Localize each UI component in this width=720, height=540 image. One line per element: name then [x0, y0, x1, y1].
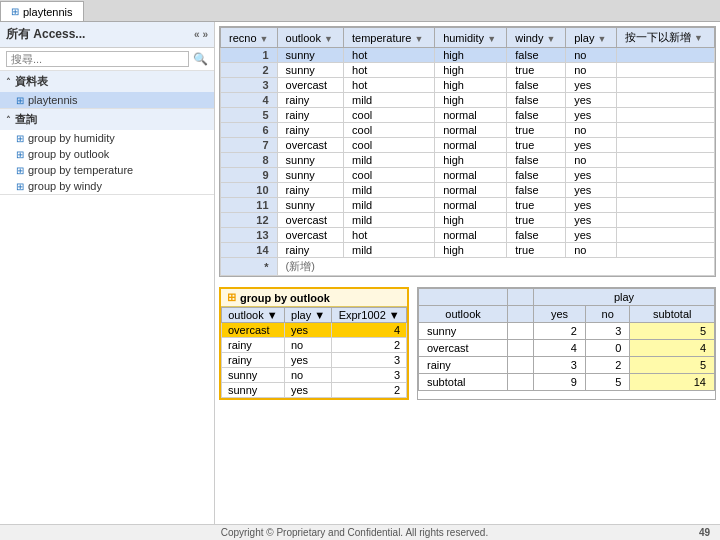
- table-row[interactable]: 5rainycoolnormalfalseyes: [221, 108, 715, 123]
- crosstab-blank-col: [508, 306, 534, 323]
- cell-humidity: high: [435, 213, 507, 228]
- cell-humidity: normal: [435, 228, 507, 243]
- cell-recno: 8: [221, 153, 278, 168]
- cell-humidity: normal: [435, 123, 507, 138]
- crosstab-body: sunny235overcast404rainy325: [419, 323, 715, 374]
- crosstab-subtotal-no: 5: [585, 374, 630, 391]
- col-header-humidity[interactable]: humidity ▼: [435, 28, 507, 48]
- query-label-outlook: group by outlook: [28, 148, 109, 160]
- group-table-row[interactable]: sunnyyes2: [222, 383, 407, 398]
- table-row[interactable]: 12overcastmildhightrueyes: [221, 213, 715, 228]
- group-cell-expr: 2: [332, 338, 407, 353]
- group-cell-outlook: sunny: [222, 368, 285, 383]
- col-header-outlook[interactable]: outlook ▼: [277, 28, 344, 48]
- cell-new: [616, 63, 714, 78]
- sort-icon-temperature: ▼: [414, 34, 423, 44]
- cell-new: [616, 108, 714, 123]
- table-row[interactable]: 6rainycoolnormaltrueno: [221, 123, 715, 138]
- tables-collapse-icon: ˄: [6, 77, 11, 87]
- cell-play: yes: [566, 183, 617, 198]
- col-header-recno[interactable]: recno ▼: [221, 28, 278, 48]
- table-row[interactable]: 11sunnymildnormaltrueyes: [221, 198, 715, 213]
- crosstab-panel: play outlook yes: [417, 287, 716, 400]
- queries-section-header[interactable]: ˄ 查詢: [0, 109, 214, 130]
- table-row[interactable]: 4rainymildhighfalseyes: [221, 93, 715, 108]
- col-header-new[interactable]: 按一下以新增 ▼: [616, 28, 714, 48]
- main-tab[interactable]: ⊞ playtennis: [0, 1, 84, 21]
- table-item-icon: ⊞: [16, 95, 24, 106]
- col-header-windy[interactable]: windy ▼: [507, 28, 566, 48]
- group-cell-play: yes: [284, 383, 331, 398]
- group-panel-title: ⊞ group by outlook: [221, 289, 407, 307]
- footer-copyright: Copyright © Proprietary and Confidential…: [10, 527, 699, 538]
- cell-outlook: sunny: [277, 168, 344, 183]
- sidebar-title: 所有 Access... « »: [0, 22, 214, 48]
- crosstab-row: sunny235: [419, 323, 715, 340]
- group-table-row[interactable]: rainyno2: [222, 338, 407, 353]
- query-icon-temperature: ⊞: [16, 165, 24, 176]
- cell-temperature: hot: [344, 48, 435, 63]
- sidebar-item-group-outlook[interactable]: ⊞ group by outlook: [0, 146, 214, 162]
- crosstab-cell-yes: 2: [534, 323, 586, 340]
- group-cell-play: yes: [284, 323, 331, 338]
- table-row[interactable]: 3overcasthothighfalseyes: [221, 78, 715, 93]
- cell-outlook: overcast: [277, 138, 344, 153]
- cell-windy: false: [507, 183, 566, 198]
- group-cell-play: no: [284, 368, 331, 383]
- col-header-temperature[interactable]: temperature ▼: [344, 28, 435, 48]
- sidebar-item-group-windy[interactable]: ⊞ group by windy: [0, 178, 214, 194]
- cell-new: [616, 123, 714, 138]
- cell-recno: 2: [221, 63, 278, 78]
- table-new-row[interactable]: *(新增): [221, 258, 715, 276]
- sort-icon-new: ▼: [694, 33, 703, 43]
- group-col-expr[interactable]: Expr1002 ▼: [332, 308, 407, 323]
- sidebar-item-group-humidity[interactable]: ⊞ group by humidity: [0, 130, 214, 146]
- cell-new: [616, 78, 714, 93]
- cell-temperature: hot: [344, 63, 435, 78]
- col-recno-label: recno: [229, 32, 257, 44]
- cell-play: yes: [566, 108, 617, 123]
- group-table-row[interactable]: overcastyes4: [222, 323, 407, 338]
- cell-windy: false: [507, 168, 566, 183]
- group-panel-title-label: group by outlook: [240, 292, 330, 304]
- cell-temperature: mild: [344, 243, 435, 258]
- cell-recno: 7: [221, 138, 278, 153]
- sidebar-item-playtennis[interactable]: ⊞ playtennis: [0, 92, 214, 108]
- group-table-row[interactable]: sunnyno3: [222, 368, 407, 383]
- cell-humidity: normal: [435, 183, 507, 198]
- crosstab-header-row1: play: [419, 289, 715, 306]
- crosstab-no-label: no: [602, 308, 614, 320]
- table-row[interactable]: 13overcasthotnormalfalseyes: [221, 228, 715, 243]
- group-table-row[interactable]: rainyyes3: [222, 353, 407, 368]
- cell-play: yes: [566, 138, 617, 153]
- cell-temperature: mild: [344, 183, 435, 198]
- cell-temperature: cool: [344, 138, 435, 153]
- cell-outlook: rainy: [277, 108, 344, 123]
- collapse-arrows[interactable]: « »: [194, 29, 208, 40]
- table-row[interactable]: 9sunnycoolnormalfalseyes: [221, 168, 715, 183]
- cell-temperature: cool: [344, 108, 435, 123]
- table-row[interactable]: 10rainymildnormalfalseyes: [221, 183, 715, 198]
- group-col-play[interactable]: play ▼: [284, 308, 331, 323]
- cell-humidity: high: [435, 48, 507, 63]
- crosstab-yes-label: yes: [551, 308, 568, 320]
- cell-outlook: sunny: [277, 198, 344, 213]
- table-row[interactable]: 7overcastcoolnormaltrueyes: [221, 138, 715, 153]
- queries-section: ˄ 查詢 ⊞ group by humidity ⊞ group by outl…: [0, 109, 214, 195]
- table-item-label: playtennis: [28, 94, 78, 106]
- group-cell-outlook: sunny: [222, 383, 285, 398]
- table-row[interactable]: 8sunnymildhighfalseno: [221, 153, 715, 168]
- col-header-play[interactable]: play ▼: [566, 28, 617, 48]
- table-row[interactable]: 2sunnyhothightrueno: [221, 63, 715, 78]
- table-row[interactable]: 14rainymildhightrueno: [221, 243, 715, 258]
- search-icon[interactable]: 🔍: [193, 52, 208, 66]
- cell-recno: 5: [221, 108, 278, 123]
- tables-section-header[interactable]: ˄ 資料表: [0, 71, 214, 92]
- sidebar-item-group-temperature[interactable]: ⊞ group by temperature: [0, 162, 214, 178]
- cell-outlook: overcast: [277, 213, 344, 228]
- group-col-outlook[interactable]: outlook ▼: [222, 308, 285, 323]
- crosstab-cell-yes: 4: [534, 340, 586, 357]
- table-row[interactable]: 1sunnyhothighfalseno: [221, 48, 715, 63]
- search-input[interactable]: [6, 51, 189, 67]
- group-cell-expr: 3: [332, 353, 407, 368]
